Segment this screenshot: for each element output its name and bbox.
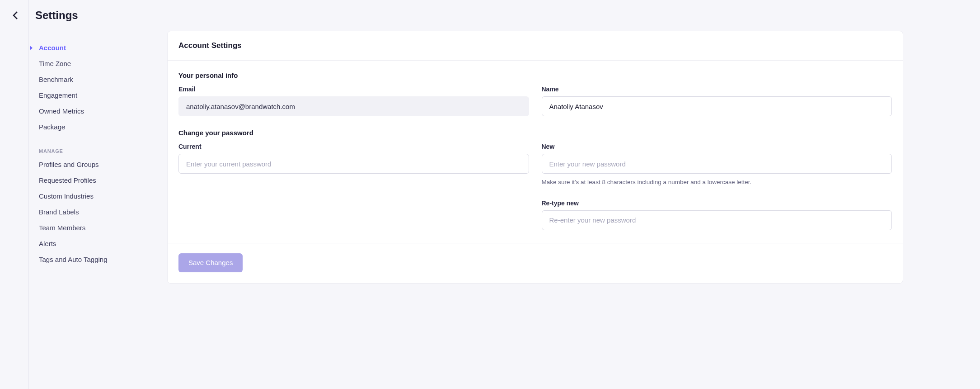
- nav-group-manage: Profiles and Groups Requested Profiles C…: [27, 157, 117, 267]
- sidebar-item-account[interactable]: Account: [27, 40, 117, 56]
- current-password-field[interactable]: [178, 154, 529, 174]
- new-password-label: New: [542, 143, 892, 150]
- name-field[interactable]: [542, 96, 892, 116]
- card-header: Account Settings: [168, 31, 903, 61]
- new-password-field[interactable]: [542, 154, 892, 174]
- main-content: Account Settings Your personal info Emai…: [117, 31, 980, 389]
- sidebar-header-manage: MANAGE: [27, 140, 117, 157]
- sidebar-item-brand-labels[interactable]: Brand Labels: [27, 204, 117, 220]
- retype-password-group: Re-type new: [542, 199, 892, 230]
- retype-password-label: Re-type new: [542, 199, 892, 207]
- sidebar-item-owned-metrics[interactable]: Owned Metrics: [27, 103, 117, 119]
- chevron-left-icon: [12, 11, 19, 20]
- current-password-label: Current: [178, 143, 529, 150]
- account-settings-card: Account Settings Your personal info Emai…: [167, 31, 903, 284]
- email-field-group: Email: [178, 85, 529, 116]
- nav-group-primary: Account Time Zone Benchmark Engagement O…: [27, 40, 117, 135]
- sidebar-item-timezone[interactable]: Time Zone: [27, 56, 117, 71]
- current-password-group: Current: [178, 143, 529, 187]
- sidebar-item-alerts[interactable]: Alerts: [27, 236, 117, 251]
- card-body: Your personal info Email Name Change you…: [168, 61, 903, 243]
- email-label: Email: [178, 85, 529, 93]
- page-title: Settings: [35, 9, 78, 22]
- sidebar-item-tags-auto-tagging[interactable]: Tags and Auto Tagging: [27, 251, 117, 267]
- card-title: Account Settings: [178, 41, 892, 50]
- sidebar-item-custom-industries[interactable]: Custom Industries: [27, 188, 117, 204]
- card-footer: Save Changes: [168, 243, 903, 283]
- sidebar-item-benchmark[interactable]: Benchmark: [27, 71, 117, 87]
- back-button[interactable]: [9, 6, 22, 24]
- settings-sidebar: Account Time Zone Benchmark Engagement O…: [0, 31, 117, 389]
- new-password-group: New Make sure it's at least 8 characters…: [542, 143, 892, 187]
- sidebar-item-engagement[interactable]: Engagement: [27, 87, 117, 103]
- name-label: Name: [542, 85, 892, 93]
- retype-password-field[interactable]: [542, 210, 892, 230]
- new-password-helper: Make sure it's at least 8 characters inc…: [542, 178, 892, 187]
- email-field: [178, 96, 529, 116]
- save-changes-button[interactable]: Save Changes: [178, 253, 243, 272]
- section-personal-info: Your personal info: [178, 71, 892, 79]
- sidebar-item-package[interactable]: Package: [27, 119, 117, 135]
- sidebar-item-team-members[interactable]: Team Members: [27, 220, 117, 236]
- sidebar-item-profiles-groups[interactable]: Profiles and Groups: [27, 157, 117, 172]
- name-field-group: Name: [542, 85, 892, 116]
- section-change-password: Change your password: [178, 129, 892, 137]
- topbar: Settings: [0, 0, 980, 31]
- sidebar-item-requested-profiles[interactable]: Requested Profiles: [27, 172, 117, 188]
